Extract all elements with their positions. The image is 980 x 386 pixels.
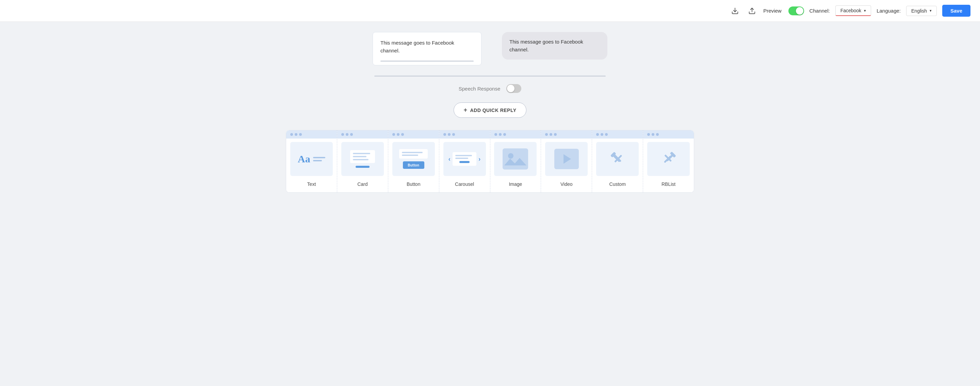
card-lines <box>350 150 375 163</box>
card-blue-accent <box>356 166 369 168</box>
message-editor[interactable]: This message goes to Facebook channel. <box>372 32 482 65</box>
dot <box>392 133 395 136</box>
dot <box>499 133 501 136</box>
add-quick-reply-label: ADD QUICK REPLY <box>470 108 516 113</box>
button-preview-inner: Button <box>399 149 428 169</box>
speech-response-toggle[interactable] <box>506 84 521 93</box>
editor-divider <box>380 61 474 62</box>
section-divider <box>374 76 606 77</box>
component-card-card[interactable]: Card <box>337 130 388 192</box>
rblist-icon <box>659 149 679 169</box>
dot <box>341 133 344 136</box>
main-content: This message goes to Facebook channel. T… <box>0 22 980 386</box>
text-icon: Aa <box>298 153 325 165</box>
language-value: English <box>911 8 927 14</box>
dot <box>605 133 608 136</box>
toolbar: Preview Channel: Facebook ▾ Language: En… <box>0 0 980 22</box>
mini-line <box>455 158 468 159</box>
card-dots-bar-carousel <box>439 130 490 139</box>
dot <box>596 133 599 136</box>
image-card-preview <box>494 142 537 176</box>
language-dropdown[interactable]: English ▾ <box>906 6 937 16</box>
dot <box>452 133 455 136</box>
language-chevron-icon: ▾ <box>930 8 932 13</box>
editor-message-text: This message goes to Facebook channel. <box>380 39 474 54</box>
card-dots-bar-video <box>541 130 592 139</box>
component-label-image: Image <box>509 182 522 187</box>
dot <box>495 133 497 136</box>
component-label-card: Card <box>357 182 368 187</box>
dot <box>554 133 557 136</box>
channel-chevron-icon: ▾ <box>864 8 866 13</box>
language-label: Language: <box>877 8 901 14</box>
video-card-preview <box>545 142 588 176</box>
dot <box>503 133 506 136</box>
dot <box>545 133 548 136</box>
speech-response-label: Speech Response <box>459 86 501 92</box>
component-label-text: Text <box>307 182 316 187</box>
download-button[interactable] <box>729 6 741 16</box>
custom-wrench-icon <box>608 149 628 169</box>
channel-label: Channel: <box>810 8 830 14</box>
dot <box>295 133 298 136</box>
svg-rect-7 <box>614 154 621 162</box>
custom-card-preview <box>596 142 639 176</box>
mini-line <box>402 152 423 153</box>
mini-line <box>353 159 369 160</box>
text-line <box>313 160 322 161</box>
card-dots-bar-image <box>490 130 541 139</box>
component-label-rblist: RBList <box>662 182 675 187</box>
card-dots-bar-rblist <box>643 130 694 139</box>
component-card-custom[interactable]: Custom <box>592 130 643 192</box>
toggle-knob <box>796 7 803 14</box>
dot <box>443 133 446 136</box>
upload-button[interactable] <box>746 6 758 16</box>
component-card-text[interactable]: Aa Text <box>286 130 337 192</box>
preview-toggle[interactable] <box>788 6 804 15</box>
component-card-image[interactable]: Image <box>490 130 541 192</box>
custom-icon-wrap <box>608 149 628 169</box>
svg-rect-2 <box>503 148 528 169</box>
carousel-card-inner <box>453 152 477 166</box>
video-icon-wrap <box>554 149 579 169</box>
dot <box>397 133 399 136</box>
btn-blue-button: Button <box>403 161 424 169</box>
carousel-blue-accent <box>460 161 469 163</box>
speech-response-row: Speech Response <box>459 84 522 93</box>
channel-value: Facebook <box>840 8 861 13</box>
toggle-off-knob <box>507 85 514 92</box>
dot <box>299 133 302 136</box>
dot <box>448 133 450 136</box>
preview-bubble-text: This message goes to Facebook channel. <box>509 39 583 53</box>
aa-icon: Aa <box>298 153 310 165</box>
text-lines <box>313 157 325 161</box>
plus-icon: + <box>463 107 467 114</box>
carousel-preview-inner: ‹ › <box>449 152 481 166</box>
rblist-card-preview <box>647 142 690 176</box>
component-card-video[interactable]: Video <box>541 130 592 192</box>
card-preview-inner <box>350 150 375 168</box>
dot <box>652 133 654 136</box>
preview-area: This message goes to Facebook channel. T… <box>337 32 643 65</box>
image-icon-wrap <box>503 148 528 169</box>
channel-dropdown[interactable]: Facebook ▾ <box>835 5 871 16</box>
image-icon <box>503 148 528 169</box>
component-card-rblist[interactable]: RBList <box>643 130 694 192</box>
add-quick-reply-button[interactable]: + ADD QUICK REPLY <box>453 102 526 118</box>
rblist-icon-wrap <box>659 149 679 169</box>
text-card-preview: Aa <box>290 142 333 176</box>
dot <box>647 133 650 136</box>
dot <box>401 133 404 136</box>
component-card-carousel[interactable]: ‹ › Carousel <box>439 130 490 192</box>
component-card-button[interactable]: Button Button <box>388 130 439 192</box>
dot <box>350 133 353 136</box>
components-row: Aa Text <box>286 130 694 193</box>
save-button[interactable]: Save <box>942 5 970 17</box>
dot <box>601 133 603 136</box>
dot <box>550 133 552 136</box>
carousel-card-preview: ‹ › <box>443 142 486 176</box>
btn-lines <box>399 149 428 159</box>
dot <box>290 133 293 136</box>
card-dots-bar-custom <box>592 130 643 139</box>
component-label-video: Video <box>560 182 573 187</box>
